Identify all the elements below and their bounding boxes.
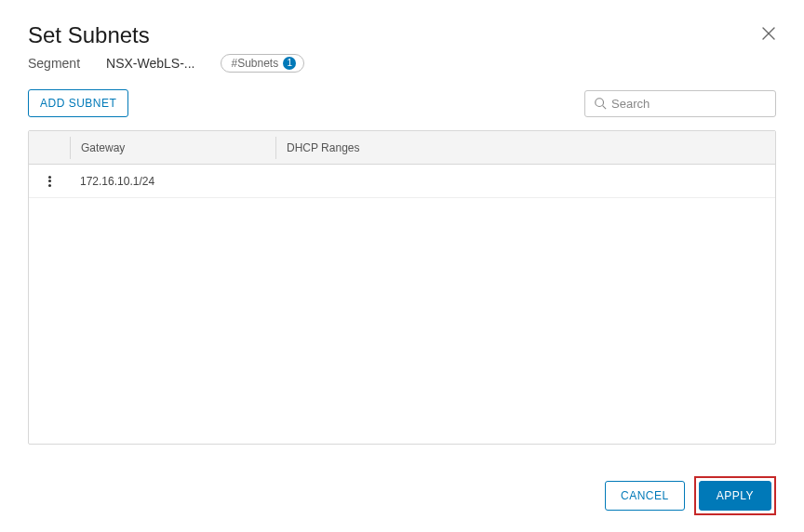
table-row: 172.16.10.1/24: [29, 165, 775, 198]
row-actions: [29, 174, 70, 189]
search-wrap: [584, 90, 776, 117]
header-gateway[interactable]: Gateway: [71, 141, 275, 154]
segment-label: Segment: [28, 56, 80, 71]
svg-point-2: [596, 99, 604, 107]
toolbar: ADD SUBNET: [28, 89, 776, 117]
close-icon[interactable]: [761, 26, 776, 41]
pill-label: #Subnets: [231, 57, 278, 70]
subnets-count-pill[interactable]: #Subnets 1: [221, 54, 304, 73]
header-dhcp[interactable]: DHCP Ranges: [276, 141, 775, 154]
cancel-button[interactable]: CANCEL: [605, 481, 685, 511]
add-subnet-button[interactable]: ADD SUBNET: [28, 89, 128, 117]
dialog-title: Set Subnets: [28, 22, 776, 48]
kebab-icon[interactable]: [43, 174, 56, 189]
segment-value: NSX-WebLS-...: [106, 56, 194, 71]
apply-highlight: APPLY: [694, 476, 776, 515]
apply-button[interactable]: APPLY: [699, 481, 771, 511]
dialog-footer: CANCEL APPLY: [605, 476, 776, 515]
pill-badge: 1: [283, 57, 296, 70]
segment-row: Segment NSX-WebLS-... #Subnets 1: [28, 54, 776, 73]
search-input[interactable]: [584, 90, 776, 117]
subnets-table: Gateway DHCP Ranges 172.16.10.1/24: [28, 130, 776, 445]
header-actions-col: [29, 131, 70, 164]
set-subnets-dialog: Set Subnets Segment NSX-WebLS-... #Subne…: [0, 0, 804, 532]
svg-line-3: [603, 106, 607, 110]
row-gateway: 172.16.10.1/24: [70, 175, 275, 188]
table-header: Gateway DHCP Ranges: [29, 131, 775, 165]
search-icon: [594, 97, 607, 110]
